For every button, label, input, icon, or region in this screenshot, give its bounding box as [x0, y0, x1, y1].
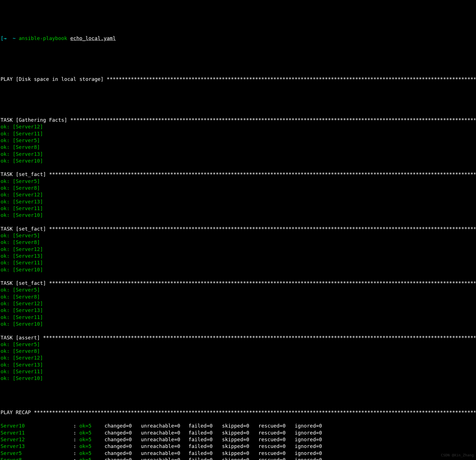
recap-changed: changed=0: [105, 436, 141, 443]
recap-unreachable: unreachable=0: [141, 443, 188, 450]
result-status: ok: [Server8]: [1, 185, 40, 191]
rule-asterisks: [49, 171, 475, 178]
result-status: ok: [Server5]: [1, 287, 40, 293]
result-status: ok: [Server11]: [1, 314, 43, 321]
task-result-line: ok: [Server11]: [1, 314, 475, 321]
result-status: ok: [Server13]: [1, 198, 43, 205]
recap-skipped: skipped=0: [222, 423, 258, 429]
task-result-line: ok: [Server12]: [1, 246, 475, 253]
task-result-line: ok: [Server12]: [1, 123, 475, 130]
task-result-line: ok: [Server5]: [1, 287, 475, 293]
task-result-line: ok: [Server12]: [1, 355, 475, 361]
result-status: ok: [Server5]: [1, 341, 40, 348]
recap-changed: changed=0: [105, 430, 141, 436]
result-status: ok: [Server13]: [1, 151, 43, 158]
blank-line: [1, 219, 475, 226]
task-result-line: ok: [Server5]: [1, 341, 475, 348]
task-result-line: ok: [Server8]: [1, 348, 475, 355]
task-result-line: ok: [Server11]: [1, 259, 475, 266]
result-status: ok: [Server5]: [1, 178, 40, 185]
recap-host: Server8: [1, 457, 73, 460]
recap-ignored: ignored=0: [295, 457, 331, 460]
recap-ignored: ignored=0: [295, 443, 331, 450]
recap-ignored: ignored=0: [295, 430, 331, 436]
result-status: ok: [Server11]: [1, 259, 43, 266]
task-header: TASK [Gathering Facts]: [1, 117, 475, 123]
recap-colon: :: [73, 457, 79, 460]
recap-changed: changed=0: [105, 443, 141, 450]
task-result-line: ok: [Server11]: [1, 368, 475, 375]
task-result-line: ok: [Server13]: [1, 253, 475, 259]
recap-header-text: PLAY RECAP: [1, 409, 34, 416]
recap-failed: failed=0: [188, 430, 222, 436]
recap-row: Server8: ok=5changed=0unreachable=0faile…: [1, 457, 475, 460]
result-status: ok: [Server11]: [1, 205, 43, 212]
task-header-text: TASK [set_fact]: [1, 280, 49, 287]
result-status: ok: [Server12]: [1, 191, 43, 198]
recap-skipped: skipped=0: [222, 436, 258, 443]
recap-host: Server10: [1, 423, 73, 429]
recap-failed: failed=0: [188, 450, 222, 457]
blank-line: [1, 164, 475, 171]
task-header: TASK [set_fact]: [1, 280, 475, 287]
recap-row: Server13: ok=5changed=0unreachable=0fail…: [1, 443, 475, 450]
recap-host: Server13: [1, 443, 73, 450]
recap-failed: failed=0: [188, 436, 222, 443]
recap-row: Server5: ok=5changed=0unreachable=0faile…: [1, 450, 475, 457]
recap-unreachable: unreachable=0: [141, 450, 188, 457]
task-result-line: ok: [Server13]: [1, 198, 475, 205]
task-result-line: ok: [Server13]: [1, 362, 475, 368]
result-status: ok: [Server11]: [1, 130, 43, 137]
recap-skipped: skipped=0: [222, 450, 258, 457]
task-result-line: ok: [Server8]: [1, 294, 475, 300]
recap-ok: ok=5: [79, 423, 105, 429]
task-result-line: ok: [Server11]: [1, 205, 475, 212]
recap-unreachable: unreachable=0: [141, 457, 188, 460]
recap-colon: :: [73, 450, 79, 457]
result-status: ok: [Server8]: [1, 294, 40, 300]
task-result-line: ok: [Server11]: [1, 130, 475, 137]
recap-unreachable: unreachable=0: [141, 436, 188, 443]
tasks-section: TASK [Gathering Facts] ok: [Server12]ok:…: [1, 117, 475, 389]
result-status: ok: [Server12]: [1, 246, 43, 253]
command-name: ansible-playbook: [19, 35, 67, 42]
recap-ignored: ignored=0: [295, 423, 331, 429]
blank-line: [1, 327, 475, 334]
rule-asterisks: [49, 226, 475, 232]
recap-ok: ok=5: [79, 450, 105, 457]
recap-failed: failed=0: [188, 423, 222, 429]
task-result-line: ok: [Server8]: [1, 144, 475, 151]
result-status: ok: [Server12]: [1, 300, 43, 307]
result-status: ok: [Server10]: [1, 321, 43, 327]
result-status: ok: [Server11]: [1, 368, 43, 375]
task-result-line: ok: [Server8]: [1, 185, 475, 191]
rule-asterisks: [43, 334, 475, 341]
result-status: ok: [Server8]: [1, 348, 40, 355]
recap-failed: failed=0: [188, 457, 222, 460]
recap-unreachable: unreachable=0: [141, 430, 188, 436]
recap-rescued: rescued=0: [258, 430, 295, 436]
task-result-line: ok: [Server8]: [1, 239, 475, 246]
task-result-line: ok: [Server5]: [1, 178, 475, 185]
task-header-text: TASK [Gathering Facts]: [1, 117, 70, 123]
recap-row: Server11: ok=5changed=0unreachable=0fail…: [1, 430, 475, 436]
recap-ok: ok=5: [79, 443, 105, 450]
blank-line: [1, 273, 475, 280]
task-result-line: ok: [Server10]: [1, 321, 475, 327]
result-status: ok: [Server10]: [1, 212, 43, 219]
recap-rescued: rescued=0: [258, 436, 295, 443]
recap-unreachable: unreachable=0: [141, 423, 188, 429]
task-header-text: TASK [set_fact]: [1, 226, 49, 232]
task-header: TASK [set_fact]: [1, 171, 475, 178]
result-status: ok: [Server8]: [1, 144, 40, 151]
rule-asterisks: [49, 280, 475, 287]
command-arg: echo_local.yaml: [70, 35, 116, 42]
watermark-text: CSDN @Xin_Zhang: [441, 453, 474, 458]
recap-host: Server12: [1, 436, 73, 443]
recap-ignored: ignored=0: [295, 450, 331, 457]
recap-ok: ok=5: [79, 436, 105, 443]
result-status: ok: [Server13]: [1, 253, 43, 259]
blank-line: [1, 382, 475, 389]
task-header-text: TASK [set_fact]: [1, 171, 49, 178]
result-status: ok: [Server13]: [1, 307, 43, 314]
